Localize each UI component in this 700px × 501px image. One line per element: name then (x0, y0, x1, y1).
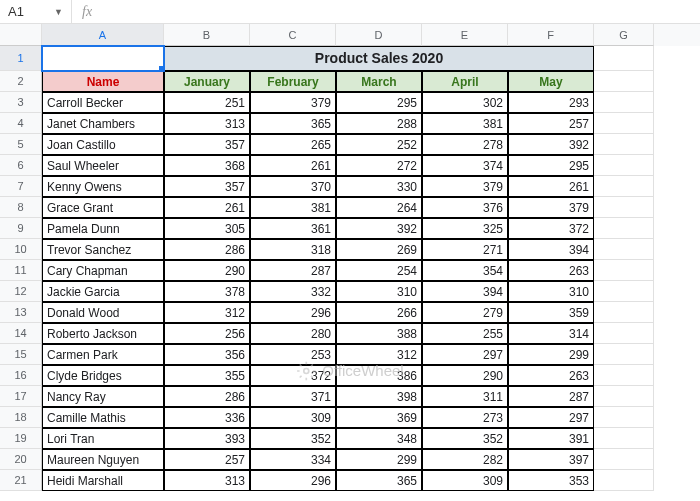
data-cell[interactable]: 261 (250, 155, 336, 176)
column-header-D[interactable]: D (336, 24, 422, 46)
cell-G9[interactable] (594, 218, 654, 239)
data-cell[interactable]: 309 (250, 407, 336, 428)
data-cell[interactable]: 318 (250, 239, 336, 260)
row-header-2[interactable]: 2 (0, 71, 42, 92)
data-cell[interactable]: 266 (336, 302, 422, 323)
data-cell[interactable]: 352 (422, 428, 508, 449)
name-cell[interactable]: Cary Chapman (42, 260, 164, 281)
data-cell[interactable]: 310 (336, 281, 422, 302)
data-cell[interactable]: 252 (336, 134, 422, 155)
row-header-20[interactable]: 20 (0, 449, 42, 470)
data-cell[interactable]: 314 (508, 323, 594, 344)
row-header-13[interactable]: 13 (0, 302, 42, 323)
data-cell[interactable]: 265 (250, 134, 336, 155)
data-cell[interactable]: 313 (164, 113, 250, 134)
cell-G15[interactable] (594, 344, 654, 365)
cell-G12[interactable] (594, 281, 654, 302)
data-cell[interactable]: 255 (422, 323, 508, 344)
data-cell[interactable]: 287 (508, 386, 594, 407)
name-cell[interactable]: Trevor Sanchez (42, 239, 164, 260)
data-cell[interactable]: 348 (336, 428, 422, 449)
column-header-A[interactable]: A (42, 24, 164, 46)
data-cell[interactable]: 386 (336, 365, 422, 386)
cell-G11[interactable] (594, 260, 654, 281)
data-cell[interactable]: 302 (422, 92, 508, 113)
name-cell[interactable]: Saul Wheeler (42, 155, 164, 176)
data-cell[interactable]: 261 (508, 176, 594, 197)
data-cell[interactable]: 299 (508, 344, 594, 365)
data-cell[interactable]: 370 (250, 176, 336, 197)
data-cell[interactable]: 376 (422, 197, 508, 218)
cell-G14[interactable] (594, 323, 654, 344)
cell-G2[interactable] (594, 71, 654, 92)
row-header-21[interactable]: 21 (0, 470, 42, 491)
data-cell[interactable]: 361 (250, 218, 336, 239)
data-cell[interactable]: 372 (508, 218, 594, 239)
column-header-F[interactable]: F (508, 24, 594, 46)
name-cell[interactable]: Nancy Ray (42, 386, 164, 407)
row-header-1[interactable]: 1 (0, 46, 42, 71)
data-cell[interactable]: 272 (336, 155, 422, 176)
row-header-10[interactable]: 10 (0, 239, 42, 260)
data-cell[interactable]: 355 (164, 365, 250, 386)
cell-G17[interactable] (594, 386, 654, 407)
data-cell[interactable]: 261 (164, 197, 250, 218)
data-cell[interactable]: 299 (336, 449, 422, 470)
column-header-G[interactable]: G (594, 24, 654, 46)
data-cell[interactable]: 309 (422, 470, 508, 491)
data-cell[interactable]: 311 (422, 386, 508, 407)
data-cell[interactable]: 290 (422, 365, 508, 386)
data-cell[interactable]: 297 (508, 407, 594, 428)
cell-G8[interactable] (594, 197, 654, 218)
data-cell[interactable]: 264 (336, 197, 422, 218)
row-header-4[interactable]: 4 (0, 113, 42, 134)
name-cell[interactable]: Heidi Marshall (42, 470, 164, 491)
cell-G16[interactable] (594, 365, 654, 386)
data-cell[interactable]: 330 (336, 176, 422, 197)
data-cell[interactable]: 295 (508, 155, 594, 176)
cell-G13[interactable] (594, 302, 654, 323)
row-header-19[interactable]: 19 (0, 428, 42, 449)
data-cell[interactable]: 398 (336, 386, 422, 407)
row-header-18[interactable]: 18 (0, 407, 42, 428)
name-cell[interactable]: Roberto Jackson (42, 323, 164, 344)
row-header-6[interactable]: 6 (0, 155, 42, 176)
cell-G19[interactable] (594, 428, 654, 449)
data-cell[interactable]: 381 (422, 113, 508, 134)
cell-G18[interactable] (594, 407, 654, 428)
column-header-B[interactable]: B (164, 24, 250, 46)
data-cell[interactable]: 357 (164, 176, 250, 197)
cell-G1[interactable] (594, 46, 654, 71)
header-month-january[interactable]: January (164, 71, 250, 92)
data-cell[interactable]: 379 (422, 176, 508, 197)
data-cell[interactable]: 288 (336, 113, 422, 134)
header-month-march[interactable]: March (336, 71, 422, 92)
formula-input[interactable] (102, 0, 700, 23)
data-cell[interactable]: 378 (164, 281, 250, 302)
data-cell[interactable]: 334 (250, 449, 336, 470)
data-cell[interactable]: 353 (508, 470, 594, 491)
data-cell[interactable]: 332 (250, 281, 336, 302)
name-cell[interactable]: Joan Castillo (42, 134, 164, 155)
data-cell[interactable]: 256 (164, 323, 250, 344)
name-cell[interactable]: Lori Tran (42, 428, 164, 449)
data-cell[interactable]: 273 (422, 407, 508, 428)
data-cell[interactable]: 352 (250, 428, 336, 449)
data-cell[interactable]: 287 (250, 260, 336, 281)
chevron-down-icon[interactable]: ▼ (54, 7, 63, 17)
data-cell[interactable]: 280 (250, 323, 336, 344)
data-cell[interactable]: 253 (250, 344, 336, 365)
data-cell[interactable]: 263 (508, 260, 594, 281)
data-cell[interactable]: 293 (508, 92, 594, 113)
row-header-7[interactable]: 7 (0, 176, 42, 197)
row-header-8[interactable]: 8 (0, 197, 42, 218)
data-cell[interactable]: 359 (508, 302, 594, 323)
name-cell[interactable]: Carmen Park (42, 344, 164, 365)
cell-G6[interactable] (594, 155, 654, 176)
data-cell[interactable]: 392 (508, 134, 594, 155)
name-cell[interactable]: Kenny Owens (42, 176, 164, 197)
data-cell[interactable]: 372 (250, 365, 336, 386)
data-cell[interactable]: 354 (422, 260, 508, 281)
data-cell[interactable]: 313 (164, 470, 250, 491)
row-header-12[interactable]: 12 (0, 281, 42, 302)
